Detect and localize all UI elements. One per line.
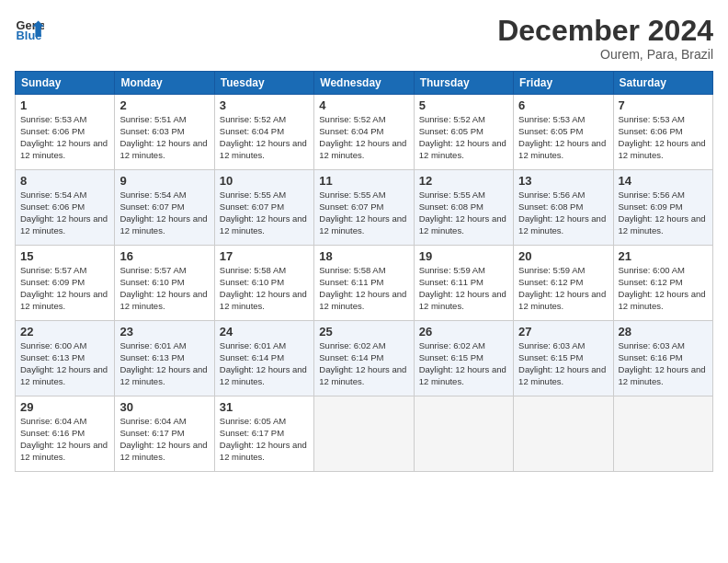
day-number: 1	[20, 98, 109, 112]
day-info: Sunrise: 5:59 AMSunset: 6:11 PMDaylight:…	[419, 265, 506, 310]
header-thursday: Thursday	[414, 72, 513, 95]
day-cell: 8 Sunrise: 5:54 AMSunset: 6:06 PMDayligh…	[16, 170, 115, 246]
day-cell: 4 Sunrise: 5:52 AMSunset: 6:04 PMDayligh…	[314, 95, 414, 170]
day-cell: 11 Sunrise: 5:55 AMSunset: 6:07 PMDaylig…	[314, 170, 414, 246]
empty-cell	[414, 396, 513, 472]
day-number: 2	[119, 98, 209, 112]
day-info: Sunrise: 6:05 AMSunset: 6:17 PMDaylight:…	[220, 416, 307, 461]
calendar-row: 15 Sunrise: 5:57 AMSunset: 6:09 PMDaylig…	[16, 246, 713, 321]
day-info: Sunrise: 6:03 AMSunset: 6:15 PMDaylight:…	[518, 340, 606, 385]
day-info: Sunrise: 6:02 AMSunset: 6:14 PMDaylight:…	[319, 340, 406, 385]
day-info: Sunrise: 5:54 AMSunset: 6:06 PMDaylight:…	[20, 190, 108, 235]
calendar-row: 8 Sunrise: 5:54 AMSunset: 6:06 PMDayligh…	[16, 170, 713, 246]
calendar-row: 1 Sunrise: 5:53 AMSunset: 6:06 PMDayligh…	[16, 95, 713, 170]
empty-cell	[613, 396, 712, 472]
calendar-row: 29 Sunrise: 6:04 AMSunset: 6:16 PMDaylig…	[16, 396, 713, 472]
day-number: 28	[619, 325, 708, 339]
day-info: Sunrise: 5:58 AMSunset: 6:10 PMDaylight:…	[220, 265, 307, 310]
location: Ourem, Para, Brazil	[497, 47, 713, 62]
day-cell: 23 Sunrise: 6:01 AMSunset: 6:13 PMDaylig…	[115, 321, 214, 396]
day-cell: 7 Sunrise: 5:53 AMSunset: 6:06 PMDayligh…	[613, 95, 712, 170]
logo-icon: General Blue	[15, 15, 44, 44]
day-cell: 15 Sunrise: 5:57 AMSunset: 6:09 PMDaylig…	[16, 246, 115, 321]
day-number: 20	[518, 249, 608, 263]
day-number: 23	[119, 325, 209, 339]
day-info: Sunrise: 5:56 AMSunset: 6:09 PMDaylight:…	[619, 190, 706, 235]
day-number: 11	[319, 174, 408, 188]
header-monday: Monday	[115, 72, 214, 95]
day-number: 29	[20, 400, 109, 414]
header-sunday: Sunday	[16, 72, 115, 95]
day-cell: 3 Sunrise: 5:52 AMSunset: 6:04 PMDayligh…	[214, 95, 313, 170]
day-cell: 16 Sunrise: 5:57 AMSunset: 6:10 PMDaylig…	[115, 246, 214, 321]
day-info: Sunrise: 5:51 AMSunset: 6:03 PMDaylight:…	[119, 114, 207, 159]
day-cell: 21 Sunrise: 6:00 AMSunset: 6:12 PMDaylig…	[613, 246, 712, 321]
weekday-header-row: Sunday Monday Tuesday Wednesday Thursday…	[16, 72, 713, 95]
day-number: 4	[319, 98, 408, 112]
day-cell: 24 Sunrise: 6:01 AMSunset: 6:14 PMDaylig…	[214, 321, 313, 396]
day-number: 31	[220, 400, 309, 414]
day-cell: 18 Sunrise: 5:58 AMSunset: 6:11 PMDaylig…	[314, 246, 414, 321]
day-number: 5	[419, 98, 508, 112]
day-cell: 30 Sunrise: 6:04 AMSunset: 6:17 PMDaylig…	[115, 396, 214, 472]
day-number: 10	[220, 174, 309, 188]
header: General Blue December 2024 Ourem, Para, …	[15, 15, 713, 62]
day-cell: 22 Sunrise: 6:00 AMSunset: 6:13 PMDaylig…	[16, 321, 115, 396]
day-cell: 25 Sunrise: 6:02 AMSunset: 6:14 PMDaylig…	[314, 321, 414, 396]
day-info: Sunrise: 5:54 AMSunset: 6:07 PMDaylight:…	[119, 190, 207, 235]
title-block: December 2024 Ourem, Para, Brazil	[497, 15, 713, 62]
day-info: Sunrise: 5:53 AMSunset: 6:06 PMDaylight:…	[20, 114, 108, 159]
day-cell: 29 Sunrise: 6:04 AMSunset: 6:16 PMDaylig…	[16, 396, 115, 472]
empty-cell	[314, 396, 414, 472]
day-info: Sunrise: 6:02 AMSunset: 6:15 PMDaylight:…	[419, 340, 506, 385]
day-info: Sunrise: 5:53 AMSunset: 6:05 PMDaylight:…	[518, 114, 606, 159]
day-number: 19	[419, 249, 508, 263]
day-cell: 31 Sunrise: 6:05 AMSunset: 6:17 PMDaylig…	[214, 396, 313, 472]
day-cell: 17 Sunrise: 5:58 AMSunset: 6:10 PMDaylig…	[214, 246, 313, 321]
day-number: 3	[220, 98, 309, 112]
day-info: Sunrise: 6:04 AMSunset: 6:17 PMDaylight:…	[119, 416, 207, 461]
day-info: Sunrise: 6:00 AMSunset: 6:13 PMDaylight:…	[20, 340, 108, 385]
day-cell: 10 Sunrise: 5:55 AMSunset: 6:07 PMDaylig…	[214, 170, 313, 246]
day-number: 15	[20, 249, 109, 263]
day-info: Sunrise: 5:57 AMSunset: 6:10 PMDaylight:…	[119, 265, 207, 310]
calendar: Sunday Monday Tuesday Wednesday Thursday…	[15, 71, 713, 472]
day-info: Sunrise: 5:52 AMSunset: 6:05 PMDaylight:…	[419, 114, 506, 159]
day-number: 24	[220, 325, 309, 339]
day-cell: 19 Sunrise: 5:59 AMSunset: 6:11 PMDaylig…	[414, 246, 513, 321]
day-info: Sunrise: 5:58 AMSunset: 6:11 PMDaylight:…	[319, 265, 406, 310]
day-number: 14	[619, 174, 708, 188]
day-cell: 26 Sunrise: 6:02 AMSunset: 6:15 PMDaylig…	[414, 321, 513, 396]
day-cell: 13 Sunrise: 5:56 AMSunset: 6:08 PMDaylig…	[514, 170, 613, 246]
day-info: Sunrise: 5:57 AMSunset: 6:09 PMDaylight:…	[20, 265, 108, 310]
day-cell: 5 Sunrise: 5:52 AMSunset: 6:05 PMDayligh…	[414, 95, 513, 170]
day-cell: 1 Sunrise: 5:53 AMSunset: 6:06 PMDayligh…	[16, 95, 115, 170]
day-cell: 28 Sunrise: 6:03 AMSunset: 6:16 PMDaylig…	[613, 321, 712, 396]
empty-cell	[514, 396, 613, 472]
day-info: Sunrise: 5:53 AMSunset: 6:06 PMDaylight:…	[619, 114, 706, 159]
day-cell: 9 Sunrise: 5:54 AMSunset: 6:07 PMDayligh…	[115, 170, 214, 246]
day-number: 26	[419, 325, 508, 339]
day-info: Sunrise: 5:56 AMSunset: 6:08 PMDaylight:…	[518, 190, 606, 235]
day-cell: 12 Sunrise: 5:55 AMSunset: 6:08 PMDaylig…	[414, 170, 513, 246]
day-number: 27	[518, 325, 608, 339]
page: General Blue December 2024 Ourem, Para, …	[0, 0, 728, 563]
day-number: 30	[119, 400, 209, 414]
day-info: Sunrise: 5:52 AMSunset: 6:04 PMDaylight:…	[220, 114, 307, 159]
day-cell: 27 Sunrise: 6:03 AMSunset: 6:15 PMDaylig…	[514, 321, 613, 396]
day-cell: 2 Sunrise: 5:51 AMSunset: 6:03 PMDayligh…	[115, 95, 214, 170]
day-info: Sunrise: 5:55 AMSunset: 6:07 PMDaylight:…	[220, 190, 307, 235]
day-number: 22	[20, 325, 109, 339]
header-wednesday: Wednesday	[314, 72, 414, 95]
logo: General Blue	[15, 15, 44, 44]
header-tuesday: Tuesday	[214, 72, 313, 95]
day-number: 12	[419, 174, 508, 188]
day-info: Sunrise: 6:01 AMSunset: 6:13 PMDaylight:…	[119, 340, 207, 385]
day-number: 16	[119, 249, 209, 263]
day-info: Sunrise: 6:00 AMSunset: 6:12 PMDaylight:…	[619, 265, 706, 310]
day-number: 21	[619, 249, 708, 263]
day-info: Sunrise: 6:04 AMSunset: 6:16 PMDaylight:…	[20, 416, 108, 461]
day-info: Sunrise: 5:52 AMSunset: 6:04 PMDaylight:…	[319, 114, 406, 159]
day-info: Sunrise: 6:01 AMSunset: 6:14 PMDaylight:…	[220, 340, 307, 385]
day-cell: 20 Sunrise: 5:59 AMSunset: 6:12 PMDaylig…	[514, 246, 613, 321]
